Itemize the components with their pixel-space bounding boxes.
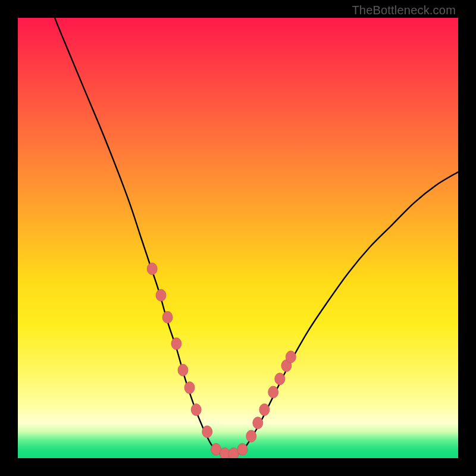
curve-marker (171, 338, 181, 350)
chart-frame: TheBottleneck.com (0, 0, 476, 476)
curve-marker (246, 430, 256, 442)
curve-layer (18, 18, 458, 458)
curve-marker (286, 351, 296, 363)
marker-group (147, 263, 296, 458)
curve-marker (220, 448, 230, 458)
curve-marker (268, 386, 278, 398)
curve-marker (156, 289, 166, 301)
curve-marker (191, 404, 201, 416)
curve-marker (275, 373, 285, 385)
curve-marker (259, 404, 270, 416)
bottleneck-curve (18, 18, 458, 455)
curve-marker (184, 382, 195, 394)
curve-marker (253, 417, 263, 429)
watermark-text: TheBottleneck.com (352, 4, 456, 17)
curve-marker (237, 443, 248, 455)
curve-marker (147, 263, 157, 275)
curve-marker (202, 426, 212, 438)
plot-area (18, 18, 458, 458)
curve-marker (162, 311, 173, 323)
curve-marker (178, 364, 188, 376)
